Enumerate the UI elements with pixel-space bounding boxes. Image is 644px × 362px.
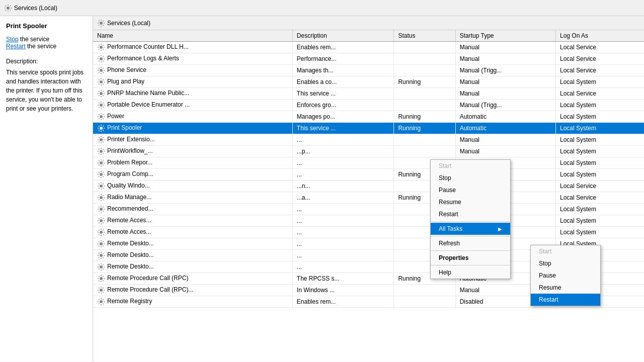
table-row[interactable]: Performance Logs & AlertsPerformance...M… xyxy=(93,53,644,65)
context-menu-item-refresh[interactable]: Refresh xyxy=(431,237,510,249)
service-name-cell: Portable Device Enumerator ... xyxy=(93,100,292,111)
description-label: Description: xyxy=(6,58,87,65)
service-name-cell: Remote Procedure Call (RPC)... xyxy=(93,285,292,296)
svg-point-4 xyxy=(100,69,103,72)
context-menu: StartStopPauseResumeRestartAll Tasks▶Ref… xyxy=(430,159,511,279)
service-name-cell: Print Spooler xyxy=(93,123,292,134)
service-desc-cell: This service ... xyxy=(292,123,394,134)
service-desc-cell: In Windows ... xyxy=(292,285,394,296)
table-row[interactable]: Recommended......ManualLocal System xyxy=(93,204,644,215)
context-menu-item-label: Pause xyxy=(439,187,456,194)
context-menu-item-pause[interactable]: Pause xyxy=(431,184,510,196)
service-desc-cell: ... xyxy=(292,215,394,227)
context-menu-item-label: Restart xyxy=(439,211,458,218)
service-name-cell: Problem Repor... xyxy=(93,157,292,169)
submenu-item-resume[interactable]: Resume xyxy=(531,282,600,294)
table-row[interactable]: Printer Extensio......ManualLocal System xyxy=(93,134,644,146)
svg-point-21 xyxy=(100,265,103,268)
svg-point-10 xyxy=(100,138,103,141)
table-row[interactable]: Radio Manage......a...RunningManualLocal… xyxy=(93,192,644,204)
service-startup-cell: Manual (Trigg... xyxy=(455,100,555,111)
table-row[interactable]: Problem Repor......ManualLocal System xyxy=(93,157,644,169)
context-menu-item-stop[interactable]: Stop xyxy=(431,172,510,184)
service-desc-cell: ... xyxy=(292,169,394,180)
services-window: Services (Local) Print Spooler Stop the … xyxy=(0,0,644,362)
description-text: This service spools print jobs and handl… xyxy=(6,68,87,113)
service-logon-cell: Local Service xyxy=(556,42,645,53)
context-menu-item-properties[interactable]: Properties xyxy=(431,252,510,264)
table-row[interactable]: Phone ServiceManages th...Manual (Trigg.… xyxy=(93,65,644,76)
context-menu-item-resume[interactable]: Resume xyxy=(431,196,510,208)
context-menu-item-help[interactable]: Help xyxy=(431,266,510,279)
submenu: StartStopPauseResumeRestart xyxy=(530,245,601,306)
services-header-icon xyxy=(97,19,105,27)
table-header-row: Name Description Status Startup Type Log… xyxy=(93,30,644,42)
svg-point-8 xyxy=(100,115,103,118)
service-links: Stop the service Restart the service xyxy=(6,36,87,50)
table-row[interactable]: Plug and PlayEnables a co...RunningManua… xyxy=(93,76,644,88)
table-row[interactable]: Print SpoolerThis service ...RunningAuto… xyxy=(93,123,644,134)
service-desc-cell: ... xyxy=(292,238,394,250)
context-menu-item-restart[interactable]: Restart xyxy=(431,208,510,220)
service-logon-cell: Local Service xyxy=(556,180,645,192)
context-menu-item-all-tasks[interactable]: All Tasks▶ xyxy=(431,223,510,235)
service-startup-cell: Manual xyxy=(455,76,555,88)
left-panel: Print Spooler Stop the service Restart t… xyxy=(0,16,93,362)
stop-link-suffix: the service xyxy=(20,36,49,43)
col-header-logon-as[interactable]: Log On As xyxy=(556,30,645,42)
service-name-cell: Printer Extensio... xyxy=(93,134,292,146)
table-row[interactable]: Quality Windo......n...ManualLocal Servi… xyxy=(93,180,644,192)
table-row[interactable]: PowerManages po...RunningAutomaticLocal … xyxy=(93,111,644,123)
svg-point-5 xyxy=(100,80,103,83)
service-name-cell: Remote Deskto... xyxy=(93,261,292,273)
context-menu-item-start: Start xyxy=(431,160,510,172)
service-logon-cell: Local System xyxy=(556,134,645,146)
stop-link[interactable]: Stop xyxy=(6,36,19,43)
context-menu-item-label: Start xyxy=(439,162,451,169)
table-row[interactable]: Program Comp......RunningManualLocal Sys… xyxy=(93,169,644,180)
service-logon-cell: Local Service xyxy=(556,53,645,65)
context-menu-separator xyxy=(431,265,510,265)
svg-point-23 xyxy=(100,289,103,292)
table-row[interactable]: PNRP Machine Name Public...This service … xyxy=(93,88,644,100)
right-panel: Services (Local) Name Description Status… xyxy=(93,16,644,362)
col-header-name[interactable]: Name xyxy=(93,30,292,42)
svg-point-3 xyxy=(100,57,103,60)
service-desc-cell: Performance... xyxy=(292,53,394,65)
service-logon-cell: Local System xyxy=(556,76,645,88)
main-content: Print Spooler Stop the service Restart t… xyxy=(0,16,644,362)
service-desc-cell: ... xyxy=(292,227,394,238)
service-logon-cell: Local Service xyxy=(556,65,645,76)
service-desc-cell: This service ... xyxy=(292,88,394,100)
service-logon-cell: Local System xyxy=(556,169,645,180)
svg-point-0 xyxy=(7,7,10,10)
svg-point-18 xyxy=(100,231,103,234)
table-row[interactable]: Performance Counter DLL H...Enables rem.… xyxy=(93,42,644,53)
service-status-cell xyxy=(394,53,455,65)
col-header-startup-type[interactable]: Startup Type xyxy=(455,30,555,42)
table-container[interactable]: Name Description Status Startup Type Log… xyxy=(93,30,644,362)
service-name-cell: Performance Counter DLL H... xyxy=(93,42,292,53)
col-header-status[interactable]: Status xyxy=(394,30,455,42)
svg-point-9 xyxy=(100,127,103,130)
table-row[interactable]: PrintWorkflow_......p...ManualLocal Syst… xyxy=(93,146,644,157)
col-header-description[interactable]: Description xyxy=(292,30,394,42)
submenu-item-restart[interactable]: Restart xyxy=(531,294,600,306)
context-menu-item-label: Refresh xyxy=(439,240,460,247)
submenu-item-stop[interactable]: Stop xyxy=(531,257,600,269)
service-name-cell: PrintWorkflow_... xyxy=(93,146,292,157)
context-menu-item-label: Properties xyxy=(439,254,468,261)
table-row[interactable]: Remote Acces......AutomaticLocal System xyxy=(93,227,644,238)
svg-point-16 xyxy=(100,208,103,211)
restart-link[interactable]: Restart xyxy=(6,43,26,50)
service-status-cell: Running xyxy=(394,111,455,123)
service-status-cell xyxy=(394,134,455,146)
submenu-item-pause[interactable]: Pause xyxy=(531,269,600,282)
table-row[interactable]: Portable Device Enumerator ...Enforces g… xyxy=(93,100,644,111)
service-desc-cell: Enables rem... xyxy=(292,42,394,53)
service-status-cell xyxy=(394,296,455,308)
svg-point-15 xyxy=(100,196,103,199)
service-startup-cell: Automatic xyxy=(455,123,555,134)
table-row[interactable]: Remote Acces......ManualLocal System xyxy=(93,215,644,227)
service-startup-cell: Manual xyxy=(455,146,555,157)
